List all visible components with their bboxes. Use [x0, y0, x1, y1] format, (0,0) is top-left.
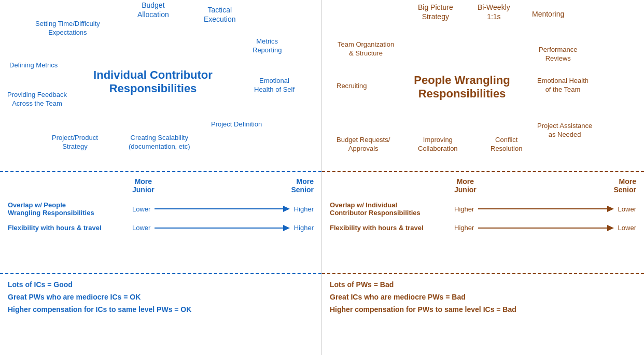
left-word-cloud: BudgetAllocation TacticalExecution Setti… [0, 0, 321, 171]
right-scale-section: MoreJunior MoreSenior Overlap w/ Individ… [322, 172, 644, 273]
right-scale-row2-start: Higher [454, 224, 474, 232]
left-bottom-section: Lots of ICs = Good Great PWs who are med… [0, 274, 321, 355]
left-scale-row2-label: Flexibility with hours & travel [8, 224, 132, 232]
right-scale-row1-end: Lower [618, 205, 636, 213]
left-scale-row1-arrow: Lower Higher [132, 205, 314, 213]
word-biweekly: Bi-Weekly1:1s [478, 3, 510, 21]
word-creating-scalability: Creating Scalability(documentation, etc) [129, 134, 190, 151]
right-scale-row-2: Flexibility with hours & travel Higher L… [330, 224, 636, 232]
right-title: People WranglingResponsibilities [384, 74, 540, 101]
word-mentoring: Mentoring [532, 9, 564, 19]
right-scale-row2-label: Flexibility with hours & travel [330, 224, 454, 232]
right-bottom-item-3: Higher compensation for PWs to same leve… [330, 305, 636, 314]
right-scale-row1-arrow: Higher Lower [454, 205, 636, 213]
right-more-senior-label: MoreSenior [613, 177, 636, 194]
word-performance-reviews: PerformanceReviews [539, 46, 577, 63]
left-more-senior-label: MoreSenior [291, 177, 314, 194]
left-scale-row1-end: Higher [294, 205, 314, 213]
right-scale-row2-line [478, 228, 608, 229]
word-setting-time: Setting Time/DifficultyExpectations [35, 20, 100, 37]
left-panel: BudgetAllocation TacticalExecution Setti… [0, 0, 322, 355]
word-tactical-execution: TacticalExecution [204, 5, 235, 24]
left-scale-row2-start: Lower [132, 224, 150, 232]
left-scale-row1-line [155, 208, 284, 209]
right-scale-row1-label: Overlap w/ IndividualContributor Respons… [330, 201, 454, 217]
word-project-strategy: Project/ProductStrategy [52, 134, 98, 151]
right-scale-row1-start: Higher [454, 205, 474, 213]
right-word-cloud: Big PictureStrategy Bi-Weekly1:1s Mentor… [322, 0, 644, 171]
left-scale-row-2: Flexibility with hours & travel Lower Hi… [8, 224, 314, 232]
left-more-junior-label: MoreJunior [132, 177, 155, 194]
word-recruiting: Recruiting [337, 82, 367, 91]
word-big-picture: Big PictureStrategy [418, 3, 453, 21]
word-defining-metrics: Defining Metrics [9, 61, 58, 70]
word-project-definition: Project Definition [211, 120, 262, 129]
word-improving-collab: ImprovingCollaboration [418, 136, 458, 153]
left-scale-row2-line [155, 228, 284, 229]
left-title: Individual ContributorResponsibilities [80, 68, 226, 96]
left-scale-row1-label: Overlap w/ PeopleWrangling Responsibilit… [8, 201, 132, 217]
main-container: BudgetAllocation TacticalExecution Setti… [0, 0, 644, 355]
left-bottom-item-1: Lots of ICs = Good [8, 280, 314, 289]
right-scale-row2-end: Lower [618, 224, 636, 232]
left-scale-row2-end: Higher [294, 224, 314, 232]
word-providing-feedback: Providing FeedbackAcross the Team [7, 91, 67, 108]
left-bottom-item-3: Higher compensation for ICs to same leve… [8, 305, 314, 314]
left-scale-row-1: Overlap w/ PeopleWrangling Responsibilit… [8, 201, 314, 217]
right-scale-row2-arrow: Higher Lower [454, 224, 636, 232]
word-metrics-reporting: MetricsReporting [253, 37, 282, 55]
right-scale-row-1: Overlap w/ IndividualContributor Respons… [330, 201, 636, 217]
right-bottom-section: Lots of PWs = Bad Great ICs who are medi… [322, 274, 644, 355]
right-scale-row1-line [478, 208, 608, 209]
left-scale-section: MoreJunior MoreSenior Overlap w/ PeopleW… [0, 172, 321, 273]
right-bottom-item-2: Great ICs who are mediocre PWs = Bad [330, 293, 636, 301]
word-budget-allocation: BudgetAllocation [137, 1, 169, 19]
word-budget-requests: Budget Requests/Approvals [337, 136, 390, 153]
word-conflict-resolution: ConflictResolution [491, 136, 522, 153]
word-project-assistance: Project Assistanceas Needed [537, 122, 592, 139]
word-emotional-health-team: Emotional Healthof the Team [537, 77, 589, 94]
right-bottom-item-1: Lots of PWs = Bad [330, 280, 636, 289]
left-scale-row2-arrow: Lower Higher [132, 224, 314, 232]
right-more-junior-label: MoreJunior [454, 177, 477, 194]
right-panel: Big PictureStrategy Bi-Weekly1:1s Mentor… [322, 0, 644, 355]
word-team-org: Team Organization& Structure [338, 40, 394, 58]
left-bottom-item-2: Great PWs who are mediocre ICs = OK [8, 293, 314, 301]
left-scale-row1-start: Lower [132, 205, 150, 213]
word-emotional-health-self: EmotionalHealth of Self [254, 77, 295, 94]
